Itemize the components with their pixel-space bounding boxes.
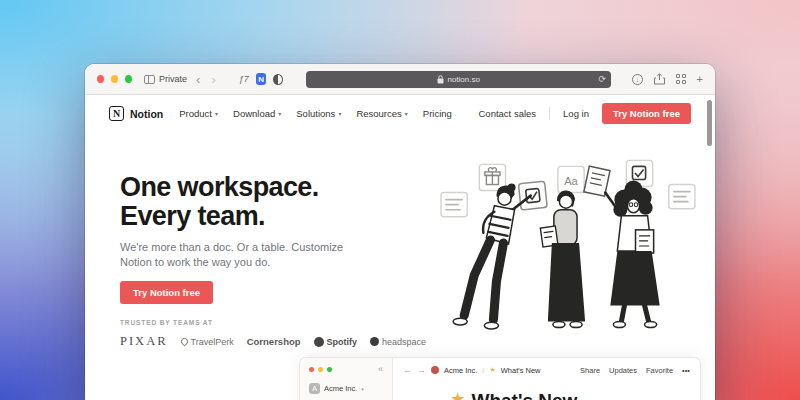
share-button[interactable]: [654, 73, 665, 85]
notion-logo-icon[interactable]: N: [109, 106, 124, 121]
logo-pixar: PIXAR: [120, 334, 168, 349]
notion-page: N Notion Product ▾ Download ▾ Solutions …: [85, 95, 715, 400]
workspace-avatar: [431, 366, 439, 374]
nav-item-solutions[interactable]: Solutions ▾: [296, 108, 341, 119]
tab-overview-button[interactable]: [676, 74, 686, 84]
browser-scrollbar[interactable]: [707, 100, 712, 146]
updates-button[interactable]: Updates: [609, 366, 637, 375]
divider: [549, 107, 550, 120]
back-button[interactable]: ‹: [194, 73, 202, 86]
toolbar-right-icons: ↓ +: [632, 73, 703, 85]
private-browsing-chip[interactable]: Private: [144, 74, 187, 84]
workspace-avatar: A: [309, 383, 320, 394]
workspace-name: Acme Inc.: [324, 384, 357, 393]
hero-headline: One workspace. Every team.: [120, 173, 440, 231]
extension-script-icon[interactable]: ƒ7: [239, 74, 249, 84]
nav-item-resources[interactable]: Resources ▾: [356, 108, 407, 119]
forward-button[interactable]: ›: [209, 73, 217, 86]
extension-shield-icon[interactable]: [273, 74, 283, 85]
nav-menu: Product ▾ Download ▾ Solutions ▾ Resourc…: [179, 108, 452, 119]
minimize-button[interactable]: [111, 75, 118, 83]
breadcrumb-page[interactable]: What's New: [501, 366, 541, 375]
pin-icon: [179, 337, 189, 347]
logo-spotify: Spotify: [314, 337, 358, 347]
spotify-icon: [314, 337, 324, 347]
private-label: Private: [159, 74, 187, 84]
page-icon: ★: [489, 366, 495, 374]
chevron-down-icon: ▾: [338, 110, 341, 117]
downloads-button[interactable]: ↓: [632, 74, 643, 85]
forward-arrow-icon[interactable]: →: [417, 365, 426, 375]
nav-item-product[interactable]: Product ▾: [179, 108, 218, 119]
browser-toolbar: Private ‹ › ƒ7 N notion.so ⟳ ↓ +: [85, 64, 715, 95]
close-button: [309, 367, 314, 372]
nav-item-label: Download: [233, 108, 275, 119]
zoom-button[interactable]: [125, 75, 132, 83]
headline-line2: Every team.: [120, 201, 265, 231]
app-sidebar: « A Acme Inc. ▾ Quick Find: [300, 358, 393, 400]
nav-item-label: Pricing: [423, 108, 452, 119]
address-bar[interactable]: notion.so ⟳: [306, 71, 611, 88]
app-main: ← → Acme Inc. / ★ What's New Share Updat…: [393, 358, 700, 400]
chevron-down-icon: ▾: [361, 386, 364, 392]
chevron-down-icon: ▾: [215, 110, 218, 117]
app-topbar: ← → Acme Inc. / ★ What's New Share Updat…: [403, 365, 690, 375]
logo-travelperk: TravelPerk: [181, 337, 234, 347]
favorite-button[interactable]: Favorite: [646, 366, 673, 375]
lock-icon: [437, 75, 444, 84]
collapse-sidebar-icon[interactable]: «: [378, 365, 383, 374]
zoom-button: [327, 367, 332, 372]
chevron-down-icon: ▾: [405, 110, 408, 117]
browser-window: Private ‹ › ƒ7 N notion.so ⟳ ↓ + N: [85, 64, 715, 400]
headspace-icon: [370, 337, 379, 346]
app-window-controls: «: [309, 365, 383, 374]
svg-text:Aa: Aa: [564, 175, 578, 187]
page-heading-icon: ★: [451, 390, 464, 400]
share-button[interactable]: Share: [580, 366, 600, 375]
site-navbar: N Notion Product ▾ Download ▾ Solutions …: [85, 95, 715, 132]
workspace-switcher[interactable]: A Acme Inc. ▾: [309, 383, 383, 394]
contact-sales-link[interactable]: Contact sales: [479, 108, 537, 119]
page-heading: ★ What's New: [403, 390, 690, 400]
new-tab-button[interactable]: +: [697, 73, 703, 85]
app-preview-window: « A Acme Inc. ▾ Quick Find ← → Acme Inc.: [300, 358, 700, 400]
close-button[interactable]: [97, 75, 104, 83]
back-arrow-icon[interactable]: ←: [403, 365, 412, 375]
hero-section: One workspace. Every team. We're more th…: [120, 173, 440, 349]
try-notion-free-button[interactable]: Try Notion free: [602, 103, 691, 124]
nav-item-label: Solutions: [296, 108, 335, 119]
logo-headspace: headspace: [370, 337, 426, 347]
nav-item-label: Product: [179, 108, 212, 119]
hero-illustration: Aa: [437, 152, 701, 344]
navbar-right: Contact sales Log in Try Notion free: [479, 103, 692, 124]
url-text: notion.so: [447, 75, 479, 84]
more-options-icon[interactable]: •••: [682, 366, 690, 375]
login-link[interactable]: Log in: [563, 108, 589, 119]
minimize-button: [318, 367, 323, 372]
customer-logos: PIXAR TravelPerk Cornershop Spotify head…: [120, 334, 440, 349]
extension-clipper-icon[interactable]: N: [256, 73, 267, 85]
refresh-icon[interactable]: ⟳: [599, 74, 607, 84]
nav-item-download[interactable]: Download ▾: [233, 108, 281, 119]
breadcrumb-separator: /: [482, 366, 484, 375]
logo-cornershop: Cornershop: [247, 336, 301, 347]
hero-cta-button[interactable]: Try Notion free: [120, 281, 213, 304]
breadcrumb-workspace[interactable]: Acme Inc.: [444, 366, 477, 375]
chevron-down-icon: ▾: [278, 110, 281, 117]
hero-subtext: We're more than a doc. Or a table. Custo…: [120, 240, 440, 269]
subtext-line1: We're more than a doc. Or a table. Custo…: [120, 241, 343, 253]
nav-item-pricing[interactable]: Pricing: [423, 108, 452, 119]
trusted-by-label: TRUSTED BY TEAMS AT: [120, 319, 440, 326]
headline-line1: One workspace.: [120, 172, 319, 202]
page-actions: Share Updates Favorite •••: [580, 366, 690, 375]
brand-name[interactable]: Notion: [130, 108, 163, 120]
sidebar-icon: [144, 75, 155, 84]
subtext-line2: Notion to work the way you do.: [120, 256, 270, 268]
nav-item-label: Resources: [356, 108, 401, 119]
